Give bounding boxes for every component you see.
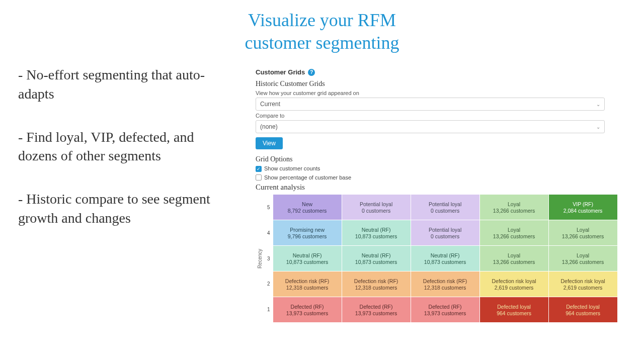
- date-select[interactable]: Current ⌄: [256, 98, 605, 111]
- help-icon[interactable]: ?: [308, 69, 315, 76]
- title-line-2: customer segmenting: [245, 33, 399, 53]
- grid-cell[interactable]: Loyal13,266 customers: [480, 220, 548, 245]
- segment-name: Defection risk loyal: [492, 278, 536, 284]
- grid-cell[interactable]: Defection risk (RF)12,318 customers: [342, 272, 411, 297]
- date-select-value: Current: [260, 101, 280, 108]
- show-counts-label: Show customer counts: [264, 164, 320, 173]
- checkbox-icon: [256, 166, 262, 172]
- segment-count: 0 customers: [362, 208, 390, 214]
- segment-name: Defected loyal: [497, 304, 531, 310]
- segment-name: Defection risk (RF): [354, 278, 398, 284]
- grid-cell[interactable]: Defected (RF)13,973 customers: [411, 297, 479, 322]
- grid-cell[interactable]: Defection risk loyal2,619 customers: [480, 272, 548, 297]
- title-line-1: Visualize your RFM: [248, 10, 396, 30]
- grid-cell[interactable]: Neutral (RF)10,873 customers: [411, 246, 479, 271]
- segment-name: Neutral (RF): [362, 252, 391, 258]
- segment-count: 13,973 customers: [424, 310, 466, 316]
- segment-name: Potential loyal: [429, 201, 461, 207]
- segment-name: Defection risk (RF): [285, 278, 330, 284]
- grid-cell[interactable]: Defection risk loyal2,619 customers: [549, 272, 617, 297]
- segment-name: Loyal: [508, 227, 520, 233]
- segment-count: 12,318 customers: [424, 285, 466, 291]
- grid-cell[interactable]: Loyal13,266 customers: [480, 246, 548, 271]
- segment-name: Defected (RF): [291, 304, 324, 310]
- y-tick: 4: [267, 230, 270, 236]
- segment-name: Loyal: [577, 252, 589, 258]
- segment-count: 13,973 customers: [355, 310, 397, 316]
- bullet-2: - Find loyal, VIP, defected, and dozens …: [18, 128, 236, 166]
- show-counts-option[interactable]: Show customer counts: [256, 164, 634, 173]
- grid-cell[interactable]: Neutral (RF)10,873 customers: [273, 246, 342, 271]
- segment-count: 8,792 customers: [288, 208, 327, 214]
- segment-count: 13,266 customers: [493, 208, 535, 214]
- segment-name: New: [302, 201, 312, 207]
- grid-cell[interactable]: Loyal13,266 customers: [549, 220, 617, 245]
- grid-cell[interactable]: Defected (RF)13,973 customers: [273, 297, 342, 322]
- segment-name: Loyal: [508, 201, 520, 207]
- grid-cell[interactable]: Potential loyal0 customers: [342, 195, 411, 220]
- segment-count: 2,619 customers: [495, 285, 534, 291]
- section-title-text: Customer Grids: [256, 68, 305, 76]
- grid-cell[interactable]: New8,792 customers: [273, 195, 342, 220]
- segment-name: Defected loyal: [566, 304, 600, 310]
- segment-name: Defected (RF): [429, 304, 462, 310]
- grid-cell[interactable]: Defection risk (RF)12,318 customers: [273, 272, 342, 297]
- y-axis-label: Recency: [256, 249, 264, 268]
- y-axis-ticks: 54321: [264, 195, 273, 322]
- chevron-down-icon: ⌄: [596, 102, 600, 107]
- customer-grids-panel: Customer Grids ? Historic Customer Grids…: [247, 60, 644, 362]
- segment-name: Defection risk loyal: [561, 278, 605, 284]
- grid-cell[interactable]: Promising new9,796 customers: [273, 220, 342, 245]
- show-percent-option[interactable]: Show percentage of customer base: [256, 173, 634, 183]
- y-tick: 3: [267, 256, 270, 261]
- grid-cell[interactable]: Neutral (RF)10,873 customers: [342, 246, 411, 271]
- segment-name: Neutral (RF): [293, 252, 322, 258]
- bullet-3: - Historic compare to see segment growth…: [18, 190, 236, 228]
- show-percent-label: Show percentage of customer base: [264, 173, 351, 183]
- segment-name: Loyal: [508, 252, 520, 258]
- compare-select[interactable]: (none) ⌄: [256, 120, 605, 133]
- segment-count: 10,873 customers: [355, 259, 397, 265]
- segment-count: 13,266 customers: [493, 259, 535, 265]
- feature-bullets: - No-effort segmenting that auto-adapts …: [0, 60, 247, 362]
- chevron-down-icon: ⌄: [596, 124, 600, 130]
- page-title: Visualize your RFM customer segmenting: [0, 0, 644, 60]
- checkbox-icon: [256, 174, 262, 180]
- segment-name: Neutral (RF): [362, 227, 391, 233]
- segment-count: 964 customers: [566, 310, 600, 316]
- grid-cell[interactable]: Neutral (RF)10,873 customers: [342, 220, 411, 245]
- grid-cell[interactable]: Defected loyal964 customers: [549, 297, 617, 322]
- y-tick: 5: [267, 205, 270, 210]
- segment-name: Defection risk (RF): [423, 278, 467, 284]
- grid-cell[interactable]: Defected loyal964 customers: [480, 297, 548, 322]
- segment-name: Promising new: [290, 227, 325, 233]
- compare-select-value: (none): [260, 123, 278, 130]
- segment-name: Potential loyal: [360, 201, 392, 207]
- segment-count: 10,873 customers: [355, 233, 397, 239]
- grid-cell[interactable]: VIP (RF)2,084 customers: [549, 195, 617, 220]
- section-title: Customer Grids ?: [256, 68, 315, 76]
- grid-cell[interactable]: Potential loyal0 customers: [411, 195, 479, 220]
- segment-count: 964 customers: [497, 310, 531, 316]
- segment-count: 0 customers: [431, 233, 459, 239]
- segment-name: Potential loyal: [429, 227, 461, 233]
- y-tick: 2: [267, 281, 270, 287]
- historic-desc: View how your customer grid appeared on: [256, 90, 634, 96]
- segment-count: 10,873 customers: [286, 259, 328, 265]
- segment-count: 2,084 customers: [564, 208, 603, 214]
- grid-cell[interactable]: Potential loyal0 customers: [411, 220, 479, 245]
- segment-name: Defected (RF): [360, 304, 393, 310]
- grid-cell[interactable]: Defected (RF)13,973 customers: [342, 297, 411, 322]
- segment-count: 0 customers: [431, 208, 459, 214]
- grid-cell[interactable]: Loyal13,266 customers: [549, 246, 617, 271]
- segment-count: 13,266 customers: [562, 233, 604, 239]
- segment-name: Neutral (RF): [431, 252, 460, 258]
- segment-count: 13,973 customers: [286, 310, 328, 316]
- segment-count: 13,266 customers: [562, 259, 604, 265]
- view-button[interactable]: View: [256, 137, 283, 149]
- grid-cell[interactable]: Loyal13,266 customers: [480, 195, 548, 220]
- segment-count: 2,619 customers: [564, 285, 603, 291]
- compare-label: Compare to: [256, 113, 634, 119]
- segment-count: 9,796 customers: [288, 233, 327, 239]
- grid-cell[interactable]: Defection risk (RF)12,318 customers: [411, 272, 479, 297]
